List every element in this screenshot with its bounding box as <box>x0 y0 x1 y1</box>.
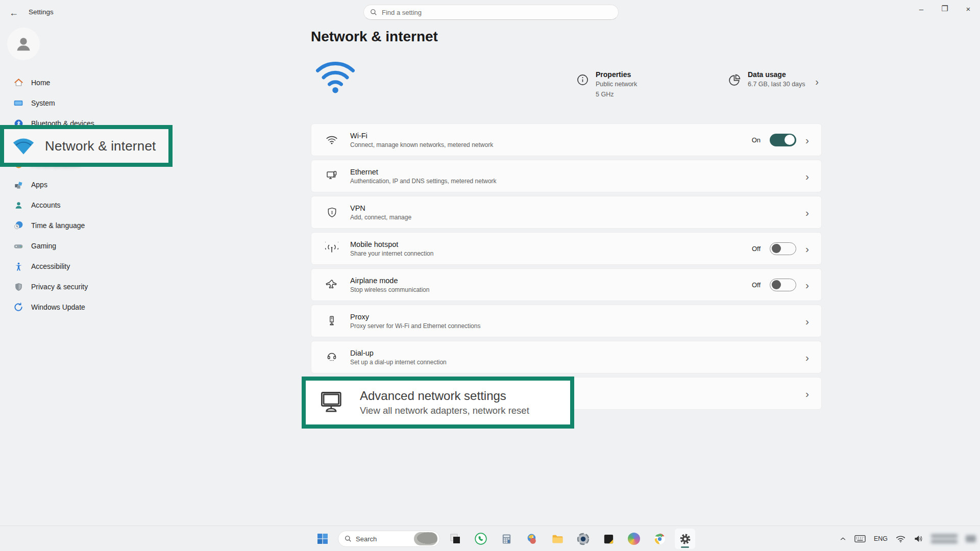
chevron-right-icon[interactable]: › <box>805 316 809 327</box>
sidebar-item-gaming[interactable]: Gaming <box>5 236 168 256</box>
sidebar-item-accounts[interactable]: Accounts <box>5 195 168 215</box>
chevron-right-icon[interactable]: › <box>805 352 809 363</box>
page-title: Network & internet <box>311 29 438 45</box>
sidebar-item-system[interactable]: System <box>5 93 168 113</box>
sidebar-item-label: Time & language <box>31 221 85 230</box>
info-icon <box>576 73 589 99</box>
sidebar-item-home[interactable]: Home <box>5 72 168 93</box>
sidebar-item-label: System <box>31 99 55 107</box>
sidebar-item-label: Accessibility <box>31 262 70 270</box>
sidebar-item-time-language[interactable]: Time & language <box>5 215 168 236</box>
row-title: Mobile hotspot <box>350 240 433 248</box>
row-subtitle: Connect, manage known networks, metered … <box>350 141 493 148</box>
row-title: Proxy <box>350 313 480 321</box>
bird-app-icon[interactable] <box>522 529 542 549</box>
file-explorer-icon[interactable] <box>547 529 568 549</box>
row-dial-up[interactable]: Dial-up Set up a dial-up internet connec… <box>311 341 822 373</box>
airplane-mode-toggle[interactable] <box>770 279 796 291</box>
chevron-right-icon[interactable]: › <box>815 77 819 87</box>
titlebar: ← Settings – ❐ × <box>0 0 980 24</box>
sidebar-item-label: Windows Update <box>31 303 85 311</box>
chevron-right-icon[interactable]: › <box>805 388 809 399</box>
sidebar: Home System Bluetooth & devices Network … <box>5 72 168 317</box>
chevron-right-icon[interactable]: › <box>805 207 809 218</box>
properties-block[interactable]: Properties Public network 5 GHz <box>576 70 637 99</box>
taskbar: Search <box>0 525 980 551</box>
data-usage-title: Data usage <box>748 70 805 79</box>
chevron-right-icon[interactable]: › <box>805 280 809 290</box>
chevron-right-icon[interactable]: › <box>805 243 809 254</box>
accessibility-icon <box>13 261 23 271</box>
settings-search-input[interactable] <box>382 9 612 16</box>
sidebar-item-label: Home <box>31 79 50 87</box>
home-icon <box>13 78 23 88</box>
clock-blurred[interactable] <box>931 534 958 543</box>
row-ethernet[interactable]: Ethernet Authentication, IP and DNS sett… <box>311 160 822 192</box>
contrast-app-icon[interactable] <box>445 529 465 549</box>
row-airplane-mode[interactable]: Airplane mode Stop wireless communicatio… <box>311 268 822 301</box>
row-title: Dial-up <box>350 349 447 357</box>
settings-search-box[interactable] <box>363 5 619 20</box>
calculator-icon[interactable] <box>496 529 517 549</box>
accounts-icon <box>13 200 23 210</box>
mobile-hotspot-toggle[interactable] <box>770 242 796 255</box>
app-title: Settings <box>29 8 54 16</box>
dark-notes-icon[interactable] <box>598 529 619 549</box>
restore-button[interactable]: ❐ <box>933 0 957 17</box>
row-mobile-hotspot[interactable]: Mobile hotspot Share your internet conne… <box>311 232 822 265</box>
wifi-icon <box>325 133 339 147</box>
sidebar-item-label: Apps <box>31 181 47 189</box>
settings-list: Wi-Fi Connect, manage known networks, me… <box>311 123 822 413</box>
wifi-hero-icon <box>312 54 359 95</box>
chevron-right-icon[interactable]: › <box>805 135 809 145</box>
minimize-button[interactable]: – <box>910 0 933 17</box>
row-proxy[interactable]: Proxy Proxy server for Wi-Fi and Etherne… <box>311 305 822 337</box>
sidebar-item-label: Gaming <box>31 242 56 250</box>
toggle-state-label: Off <box>752 245 761 253</box>
advanced-network-monitor-icon <box>319 390 346 415</box>
taskbar-search-box[interactable]: Search <box>338 531 440 547</box>
language-indicator[interactable]: ENG <box>874 535 888 542</box>
palette-app-icon[interactable] <box>624 529 644 549</box>
sidebar-item-windows-update[interactable]: Windows Update <box>5 297 168 317</box>
chrome-icon[interactable] <box>649 529 670 549</box>
start-button[interactable] <box>312 529 333 549</box>
sidebar-item-apps[interactable]: Apps <box>5 174 168 195</box>
settings-gear-icon[interactable] <box>675 529 695 549</box>
wifi-tray-icon[interactable] <box>896 535 905 543</box>
apps-icon <box>13 180 23 190</box>
search-highlight-image <box>414 532 437 545</box>
touch-keyboard-icon[interactable] <box>854 535 866 543</box>
chevron-right-icon[interactable]: › <box>805 171 809 182</box>
properties-network-type: Public network <box>596 80 637 89</box>
toggle-state-label: On <box>752 136 761 144</box>
annotation-advanced-network-settings[interactable]: Advanced network settings View all netwo… <box>302 377 574 429</box>
back-button[interactable]: ← <box>7 6 20 19</box>
row-vpn[interactable]: VPN Add, connect, manage › <box>311 196 822 229</box>
search-icon <box>370 9 377 16</box>
annotation-network-internet[interactable]: Network & internet <box>0 125 173 167</box>
ethernet-icon <box>325 169 339 183</box>
data-usage-value: 6.7 GB, last 30 days <box>748 80 805 89</box>
sidebar-item-accessibility[interactable]: Accessibility <box>5 256 168 277</box>
avatar[interactable] <box>7 28 40 60</box>
data-usage-block[interactable]: Data usage 6.7 GB, last 30 days <box>728 70 805 89</box>
properties-band: 5 GHz <box>596 90 637 99</box>
volume-icon[interactable] <box>914 535 923 543</box>
tray-chevron-up-icon[interactable] <box>840 536 846 542</box>
system-icon <box>13 98 23 108</box>
wifi-toggle[interactable] <box>770 134 796 146</box>
airplane-icon <box>325 278 339 292</box>
close-button[interactable]: × <box>957 0 980 17</box>
row-subtitle: Proxy server for Wi-Fi and Ethernet conn… <box>350 322 480 330</box>
vpn-shield-icon <box>325 205 339 219</box>
pie-chart-icon <box>728 73 741 89</box>
browser-wheel-icon[interactable] <box>573 529 593 549</box>
sidebar-item-privacy-security[interactable]: Privacy & security <box>5 277 168 297</box>
row-wifi[interactable]: Wi-Fi Connect, manage known networks, me… <box>311 123 822 156</box>
whatsapp-icon[interactable] <box>471 529 491 549</box>
search-icon <box>345 535 352 542</box>
notification-area-blurred[interactable] <box>966 535 976 542</box>
proxy-server-icon <box>325 314 339 328</box>
row-subtitle: Set up a dial-up internet connection <box>350 359 447 366</box>
